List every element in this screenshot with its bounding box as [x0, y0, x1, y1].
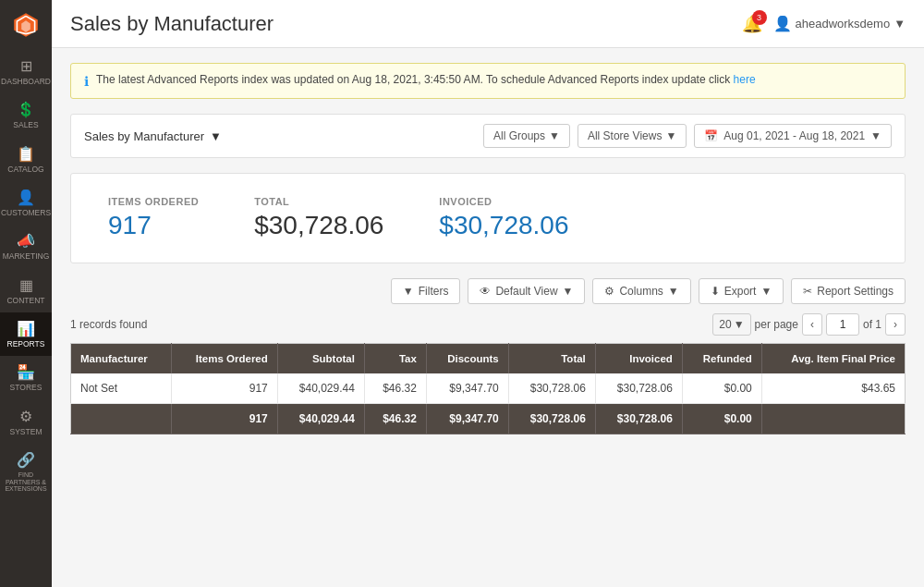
page-size-caret-icon: ▼ — [734, 318, 745, 331]
user-menu-button[interactable]: 👤 aheadworksdemo ▼ — [773, 15, 906, 32]
find-partners-icon: 🔗 — [17, 451, 35, 469]
of-pages-label: of 1 — [863, 318, 881, 331]
default-view-label: Default View — [495, 285, 557, 298]
col-items-ordered: Items Ordered — [171, 344, 277, 374]
total-total: $30,728.06 — [508, 404, 595, 434]
info-icon: ℹ — [84, 74, 89, 89]
sales-icon: 💲 — [17, 101, 35, 118]
topbar-right: 🔔 3 👤 aheadworksdemo ▼ — [742, 14, 906, 34]
filter-right: All Groups ▼ All Store Views ▼ 📅 Aug 01,… — [483, 124, 892, 148]
total-manufacturer — [71, 404, 172, 434]
dashboard-icon: ⊞ — [20, 57, 32, 75]
stores-icon: 🏪 — [17, 363, 35, 381]
table-controls: ▼ Filters 👁 Default View ▼ ⚙ Columns ▼ ⬇… — [70, 278, 906, 304]
sidebar-item-label: CONTENT — [6, 297, 44, 305]
per-page-label: per page — [755, 318, 798, 331]
stats-row: ITEMS ORDERED 917 TOTAL $30,728.06 INVOI… — [70, 173, 906, 263]
invoiced-label: INVOICED — [439, 196, 568, 207]
marketing-icon: 📣 — [17, 232, 35, 250]
content-icon: ▦ — [19, 276, 33, 294]
sidebar-item-marketing[interactable]: 📣 MARKETING — [0, 225, 52, 268]
report-caret-icon: ▼ — [210, 129, 222, 143]
cell-subtotal: $40,029.44 — [277, 373, 364, 404]
sidebar-logo — [8, 7, 43, 43]
sidebar-item-reports[interactable]: 📊 REPORTS — [0, 312, 52, 356]
groups-caret-icon: ▼ — [549, 129, 560, 142]
sidebar-item-dashboard[interactable]: ⊞ DASHBOARD — [0, 50, 52, 93]
sidebar: ⊞ DASHBOARD 💲 SALES 📋 CATALOG 👤 CUSTOMER… — [0, 0, 52, 587]
total-tax: $46.32 — [364, 404, 426, 434]
col-tax: Tax — [364, 344, 426, 374]
cell-manufacturer: Not Set — [71, 373, 172, 404]
cell-refunded: $0.00 — [682, 373, 761, 404]
notifications-button[interactable]: 🔔 3 — [742, 14, 762, 34]
sidebar-item-label: FIND PARTNERS & EXTENSIONS — [4, 471, 48, 493]
export-label: Export — [724, 285, 757, 298]
sidebar-item-catalog[interactable]: 📋 CATALOG — [0, 138, 52, 181]
system-icon: ⚙ — [19, 408, 32, 425]
export-caret-icon: ▼ — [760, 285, 772, 298]
sidebar-item-system[interactable]: ⚙ SYSTEM — [0, 400, 52, 444]
date-range-label: Aug 01, 2021 - Aug 18, 2021 — [723, 129, 865, 142]
col-discounts: Discounts — [426, 344, 508, 374]
col-invoiced: Invoiced — [595, 344, 682, 374]
date-range-picker[interactable]: 📅 Aug 01, 2021 - Aug 18, 2021 ▼ — [694, 124, 892, 148]
sidebar-item-stores[interactable]: 🏪 STORES — [0, 356, 52, 399]
col-total: Total — [508, 344, 595, 374]
groups-filter[interactable]: All Groups ▼ — [483, 124, 570, 148]
cell-tax: $46.32 — [364, 373, 426, 404]
table-header: Manufacturer Items Ordered Subtotal Tax … — [71, 344, 906, 374]
date-caret-icon: ▼ — [870, 129, 881, 142]
stat-invoiced: INVOICED $30,728.06 — [439, 196, 568, 240]
items-ordered-label: ITEMS ORDERED — [108, 196, 199, 207]
report-settings-button[interactable]: ✂ Report Settings — [791, 278, 906, 304]
filters-label: Filters — [419, 285, 449, 298]
prev-page-button[interactable]: ‹ — [802, 313, 822, 336]
groups-label: All Groups — [493, 129, 545, 142]
sidebar-item-find-partners[interactable]: 🔗 FIND PARTNERS & EXTENSIONS — [0, 444, 52, 500]
store-filter[interactable]: All Store Views ▼ — [578, 124, 687, 148]
cell-items-ordered: 917 — [171, 373, 277, 404]
data-table: Manufacturer Items Ordered Subtotal Tax … — [70, 343, 906, 434]
export-button[interactable]: ⬇ Export ▼ — [699, 278, 784, 304]
sidebar-item-label: CATALOG — [7, 165, 43, 174]
download-icon: ⬇ — [711, 285, 720, 298]
total-label: TOTAL — [254, 196, 383, 207]
next-page-button[interactable]: › — [885, 313, 906, 336]
total-refunded: $0.00 — [682, 404, 761, 434]
store-caret-icon: ▼ — [665, 129, 676, 142]
total-value: $30,728.06 — [254, 211, 383, 240]
sidebar-item-content[interactable]: ▦ CONTENT — [0, 269, 52, 312]
topbar: Sales by Manufacturer 🔔 3 👤 aheadworksde… — [52, 0, 924, 48]
col-refunded: Refunded — [682, 344, 761, 374]
sidebar-item-label: SYSTEM — [10, 428, 43, 436]
columns-label: Columns — [619, 285, 663, 298]
records-found: 1 records found — [70, 318, 147, 331]
report-type-selector[interactable]: Sales by Manufacturer ▼ — [84, 129, 222, 143]
col-manufacturer: Manufacturer — [71, 344, 172, 374]
total-avg-item-final-price — [761, 404, 905, 434]
page-size-selector[interactable]: 20 ▼ — [712, 313, 750, 336]
main-content: Sales by Manufacturer 🔔 3 👤 aheadworksde… — [52, 0, 924, 587]
sidebar-item-sales[interactable]: 💲 SALES — [0, 93, 52, 137]
pagination: 20 ▼ per page ‹ of 1 › — [712, 313, 906, 336]
info-banner-link[interactable]: here — [734, 73, 756, 86]
stat-total: TOTAL $30,728.06 — [254, 196, 383, 240]
sidebar-item-customers[interactable]: 👤 CUSTOMERS — [0, 181, 52, 225]
total-subtotal: $40,029.44 — [277, 404, 364, 434]
user-avatar-icon: 👤 — [773, 15, 792, 32]
info-banner-text: The latest Advanced Reports index was up… — [96, 73, 756, 86]
default-view-button[interactable]: 👁 Default View ▼ — [468, 278, 585, 304]
columns-button[interactable]: ⚙ Columns ▼ — [592, 278, 690, 304]
table-footer: 1 records found 20 ▼ per page ‹ of 1 › — [70, 313, 906, 336]
page-number-input[interactable] — [826, 313, 859, 336]
col-avg-item-final-price: Avg. Item Final Price — [761, 344, 905, 374]
total-items-ordered: 917 — [171, 404, 277, 434]
total-invoiced: $30,728.06 — [595, 404, 682, 434]
items-ordered-value: 917 — [108, 211, 199, 240]
user-caret-icon: ▼ — [894, 17, 906, 31]
filters-button[interactable]: ▼ Filters — [391, 278, 461, 304]
view-caret-icon: ▼ — [563, 285, 574, 298]
content-area: ℹ The latest Advanced Reports index was … — [52, 48, 924, 587]
sidebar-item-label: MARKETING — [3, 252, 50, 261]
